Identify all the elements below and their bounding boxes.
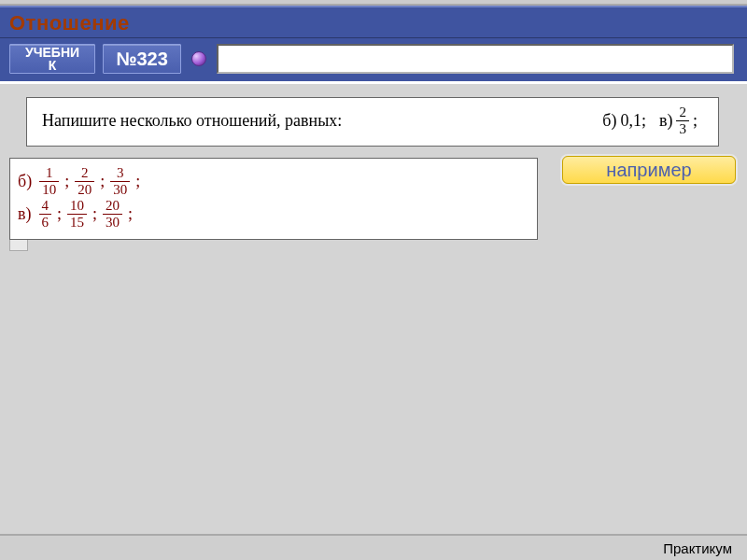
blank-input-field[interactable]	[217, 44, 734, 74]
fraction: 110	[39, 166, 59, 197]
num: 1	[43, 166, 56, 181]
sep: ;	[92, 204, 97, 225]
textbook-button[interactable]: УЧЕБНИ К	[9, 44, 95, 74]
fraction-2-3: 2 3	[676, 105, 689, 136]
footer-label: Практикум	[663, 540, 732, 556]
fraction: 2030	[103, 199, 122, 230]
den: 30	[110, 181, 130, 197]
num: 20	[103, 199, 122, 214]
title-bar: Отношение	[0, 6, 747, 38]
footer-bar: Практикум	[0, 534, 747, 560]
den: 30	[103, 214, 122, 230]
num: 3	[114, 166, 127, 181]
problem-right-group: б) 0,1; в) 2 3 ;	[602, 105, 703, 136]
fraction-num: 2	[676, 105, 689, 120]
sep: ;	[128, 204, 133, 225]
answer-v-label: в)	[18, 204, 32, 225]
textbook-label-line1: УЧЕБНИ	[25, 46, 79, 59]
part-b-value: 0,1;	[620, 111, 646, 131]
task-number-button[interactable]: №323	[103, 44, 181, 74]
fraction: 330	[110, 166, 130, 197]
answer-b-label: б)	[18, 172, 32, 192]
task-number-label: №323	[116, 49, 168, 70]
problem-statement: Напишите несколько отношений, равных: б)…	[26, 97, 719, 147]
den: 20	[75, 181, 94, 197]
answer-box: б) 110 ; 220 ; 330 ; в) 46 ; 1015 ; 2030…	[9, 158, 538, 240]
num: 10	[67, 199, 87, 214]
example-button[interactable]: например	[562, 156, 736, 184]
answer-row-b: б) 110 ; 220 ; 330 ;	[18, 166, 528, 197]
den: 10	[39, 181, 59, 197]
part-v-label: в)	[659, 111, 673, 131]
content-area: Напишите несколько отношений, равных: б)…	[0, 84, 747, 249]
sep: ;	[135, 172, 140, 192]
fraction: 220	[75, 166, 94, 197]
fraction: 1015	[67, 199, 87, 230]
num: 2	[78, 166, 92, 181]
lower-row: б) 110 ; 220 ; 330 ; в) 46 ; 1015 ; 2030…	[26, 158, 738, 240]
den: 15	[67, 214, 87, 230]
textbook-label-line2: К	[49, 59, 57, 72]
problem-text: Напишите несколько отношений, равных:	[42, 111, 602, 131]
sphere-icon[interactable]	[189, 51, 209, 66]
fraction: 46	[39, 199, 52, 230]
problem-part-v: в) 2 3 ;	[659, 105, 698, 136]
example-button-label: например	[606, 160, 691, 181]
fraction-den: 3	[676, 120, 689, 136]
sep: ;	[100, 172, 105, 192]
den: 6	[39, 214, 52, 230]
sep: ;	[64, 172, 69, 192]
answer-wrapper: б) 110 ; 220 ; 330 ; в) 46 ; 1015 ; 2030…	[9, 158, 538, 240]
num: 4	[39, 199, 52, 214]
answer-row-v: в) 46 ; 1015 ; 2030 ;	[18, 199, 528, 230]
page-title: Отношение	[9, 11, 738, 35]
violet-sphere-icon	[191, 51, 206, 66]
fraction-tail: ;	[693, 111, 698, 131]
part-b-label: б)	[602, 111, 616, 131]
sep: ;	[57, 204, 62, 225]
problem-part-b: б) 0,1;	[602, 111, 646, 131]
toolbar: УЧЕБНИ К №323	[0, 38, 747, 84]
